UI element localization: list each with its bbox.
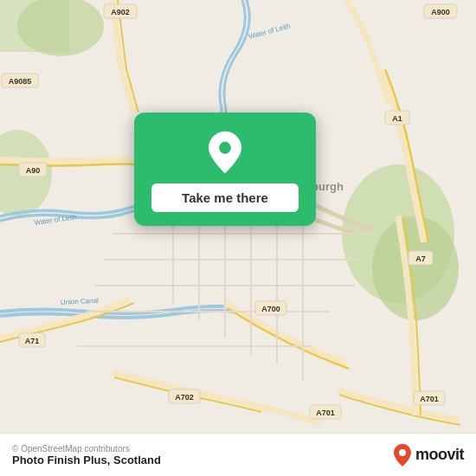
svg-text:A701: A701: [420, 395, 439, 403]
svg-text:A700: A700: [261, 305, 280, 313]
svg-text:A701: A701: [316, 408, 335, 417]
location-pin-icon: [203, 130, 248, 175]
svg-text:A71: A71: [25, 337, 40, 345]
bottom-left-info: © OpenStreetMap contributors Photo Finis…: [12, 444, 161, 466]
bottom-bar: © OpenStreetMap contributors Photo Finis…: [0, 433, 476, 476]
svg-point-44: [399, 449, 406, 456]
take-me-there-button[interactable]: Take me there: [151, 183, 299, 212]
svg-text:A90: A90: [26, 166, 41, 175]
svg-point-43: [219, 142, 231, 154]
map-container: A902 A900 A9085 A90 A1 A71 A700 A702 A70…: [0, 0, 476, 433]
svg-text:A1: A1: [392, 114, 402, 123]
moovit-text: moovit: [415, 446, 464, 464]
osm-credit: © OpenStreetMap contributors: [12, 444, 161, 453]
svg-text:A900: A900: [431, 8, 450, 16]
svg-text:A902: A902: [111, 8, 130, 16]
location-name: Photo Finish Plus, Scotland: [12, 453, 161, 466]
svg-text:A7: A7: [415, 254, 426, 263]
svg-text:burgh: burgh: [312, 180, 344, 193]
svg-text:A702: A702: [175, 393, 194, 402]
moovit-pin-icon: [393, 443, 412, 467]
svg-text:A9085: A9085: [9, 77, 32, 86]
moovit-logo: moovit: [393, 443, 464, 467]
location-card[interactable]: Take me there: [134, 113, 316, 226]
